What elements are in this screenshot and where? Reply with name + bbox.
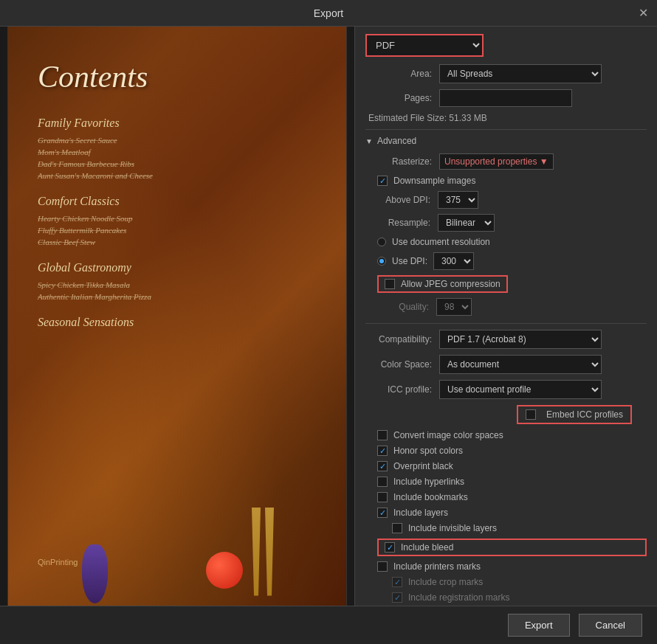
quality-row: Quality: 98 80 60 [365, 298, 647, 316]
estimated-size: Estimated File Size: 51.33 MB [365, 113, 647, 123]
format-select[interactable]: PDF PNG JPEG SVG [365, 34, 484, 57]
above-dpi-label: Above DPI: [371, 195, 438, 205]
jpeg-checkbox[interactable] [385, 279, 395, 289]
compatibility-select[interactable]: PDF 1.7 (Acrobat 8) PDF 1.4 PDF 1.5 [439, 330, 602, 349]
preview-item: Fluffy Buttermilk Pancakes [38, 226, 317, 235]
preview-item: Spicy Chicken Tikka Masala [38, 280, 317, 289]
icc-profile-label: ICC profile: [365, 384, 439, 395]
advanced-toggle[interactable]: ▼ Advanced [365, 136, 647, 146]
eggplant-decoration [82, 544, 108, 603]
convert-color-checkbox[interactable] [377, 430, 388, 440]
include-bleed-highlight: Include bleed [377, 539, 647, 556]
overprint-black-row: Overprint black [365, 461, 647, 471]
overprint-black-label: Overprint black [393, 461, 453, 471]
include-bookmarks-row: Include bookmarks [365, 492, 647, 502]
color-space-select[interactable]: As document RGB CMYK [439, 355, 602, 374]
include-invisible-layers-label: Include invisible layers [408, 523, 497, 533]
downsample-checkbox[interactable] [377, 176, 388, 186]
convert-color-row: Convert image color spaces [365, 430, 647, 440]
color-space-label: Color Space: [365, 359, 439, 370]
export-button[interactable]: Export [508, 614, 570, 637]
divider-1 [365, 129, 647, 130]
resample-select[interactable]: Bilinear Bicubic Nearest [438, 214, 495, 232]
use-doc-res-label: Use document resolution [392, 237, 490, 247]
include-crop-marks-label: Include crop marks [408, 577, 483, 587]
include-bookmarks-checkbox[interactable] [377, 492, 388, 502]
settings-panel: PDF PNG JPEG SVG Area: All Spreads Selec… [354, 27, 657, 606]
honor-spot-checkbox[interactable] [377, 446, 388, 456]
use-dpi-select[interactable]: 300 72 150 600 [433, 252, 474, 270]
preview-section-1: Family Favorites Grandma's Secret Sauce … [38, 117, 317, 180]
rasterize-label: Rasterize: [365, 156, 439, 167]
include-printers-marks-checkbox[interactable] [377, 561, 388, 572]
format-row: PDF PNG JPEG SVG [365, 34, 647, 57]
pages-input[interactable] [439, 89, 572, 107]
jpeg-highlight-box: Allow JPEG compression [377, 275, 508, 293]
preview-panel: Contents Family Favorites Grandma's Secr… [0, 27, 354, 606]
noodle-decoration [243, 508, 287, 596]
preview-section-2: Comfort Classics Hearty Chicken Noodle S… [38, 195, 317, 246]
embed-icc-row: Embed ICC profiles [365, 405, 647, 424]
preview-section-4: Seasonal Sensations [38, 316, 317, 329]
preview-item: Aunt Susan's Macaroni and Cheese [38, 171, 317, 180]
use-dpi-text: Use DPI: [392, 256, 427, 266]
food-decoration [8, 463, 346, 606]
section-title-2: Comfort Classics [38, 195, 317, 208]
pages-row: Pages: [365, 89, 647, 107]
convert-color-label: Convert image color spaces [393, 430, 503, 440]
include-crop-marks-checkbox[interactable] [392, 577, 402, 587]
embed-icc-box[interactable]: Embed ICC profiles [517, 405, 632, 424]
bottom-bar: Export Cancel [0, 606, 657, 644]
include-bleed-label: Include bleed [401, 542, 453, 553]
area-row: Area: All Spreads Selection Custom [365, 64, 647, 83]
preview-item: Dad's Famous Barbecue Ribs [38, 159, 317, 168]
preview-item: Mom's Meatloaf [38, 148, 317, 156]
preview-item: Classic Beef Stew [38, 238, 317, 246]
include-hyperlinks-label: Include hyperlinks [393, 477, 464, 487]
pages-label: Pages: [365, 93, 439, 103]
include-registration-marks-label: Include registration marks [408, 592, 509, 603]
preview-image: Contents Family Favorites Grandma's Secr… [7, 27, 347, 606]
preview-item: Authentic Italian Margherita Pizza [38, 292, 317, 301]
rasterize-select[interactable]: Unsupported properties ▼ [439, 153, 554, 170]
include-printers-marks-row: Include printers marks [365, 561, 647, 572]
area-select[interactable]: All Spreads Selection Custom [439, 64, 602, 83]
preview-section-3: Global Gastronomy Spicy Chicken Tikka Ma… [38, 261, 317, 301]
overprint-black-checkbox[interactable] [377, 461, 388, 471]
quality-select[interactable]: 98 80 60 [436, 298, 472, 316]
cancel-button[interactable]: Cancel [579, 614, 642, 637]
advanced-arrow: ▼ [365, 137, 373, 145]
use-dpi-row: Use DPI: 300 72 150 600 [365, 252, 647, 270]
use-doc-res-radio[interactable] [377, 238, 386, 246]
above-dpi-row: Above DPI: 375 150 300 [365, 191, 647, 209]
include-bleed-checkbox[interactable] [385, 542, 395, 553]
include-invisible-layers-checkbox[interactable] [392, 523, 402, 533]
include-registration-marks-row: Include registration marks [365, 592, 647, 603]
preview-item: Grandma's Secret Sauce [38, 136, 317, 145]
use-dpi-radio[interactable] [377, 257, 386, 266]
resample-row: Resample: Bilinear Bicubic Nearest [365, 214, 647, 232]
preview-item: Hearty Chicken Noodle Soup [38, 214, 317, 223]
include-crop-marks-row: Include crop marks [365, 577, 647, 587]
settings-inner: PDF PNG JPEG SVG Area: All Spreads Selec… [355, 27, 657, 606]
include-printers-marks-label: Include printers marks [393, 561, 481, 572]
content-area: Contents Family Favorites Grandma's Secr… [0, 27, 657, 606]
jpeg-label: Allow JPEG compression [401, 279, 501, 289]
include-registration-marks-checkbox[interactable] [392, 592, 402, 603]
above-dpi-select[interactable]: 375 150 300 [438, 191, 478, 209]
compatibility-label: Compatibility: [365, 334, 439, 344]
include-layers-checkbox[interactable] [377, 508, 388, 518]
section-title-1: Family Favorites [38, 117, 317, 130]
embed-icc-checkbox[interactable] [526, 409, 536, 420]
preview-text-area: Contents Family Favorites Grandma's Secr… [38, 59, 317, 344]
compatibility-row: Compatibility: PDF 1.7 (Acrobat 8) PDF 1… [365, 330, 647, 349]
include-layers-row: Include layers [365, 508, 647, 518]
close-button[interactable]: ✕ [639, 7, 648, 19]
preview-title: Contents [38, 59, 317, 94]
include-hyperlinks-row: Include hyperlinks [365, 477, 647, 487]
export-dialog: Export ✕ Contents Family Favorites Grand… [0, 0, 657, 644]
include-hyperlinks-checkbox[interactable] [377, 477, 388, 487]
section-title-4: Seasonal Sensations [38, 316, 317, 329]
icc-profile-select[interactable]: Use document profile sRGB [439, 380, 602, 399]
icc-profile-row: ICC profile: Use document profile sRGB [365, 380, 647, 399]
